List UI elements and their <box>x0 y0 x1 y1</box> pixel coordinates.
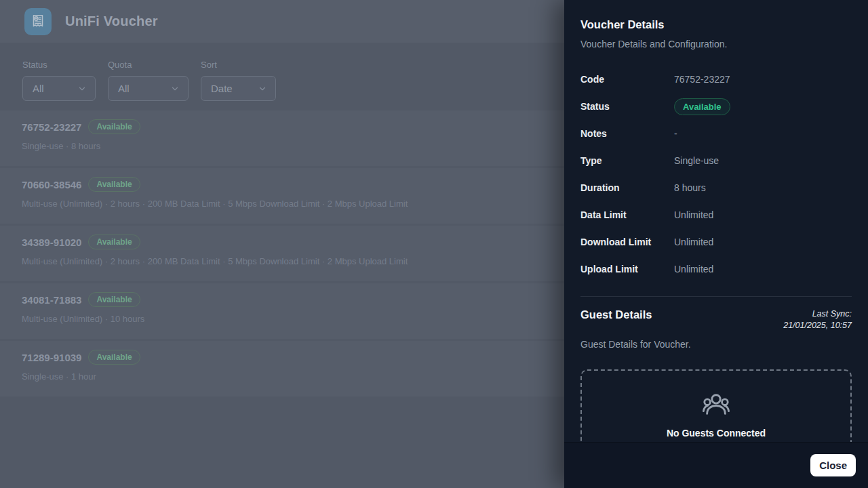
drawer-title: Voucher Details <box>580 18 852 31</box>
last-sync: Last Sync: 21/01/2025, 10:57 <box>783 308 852 331</box>
field-label: Download Limit <box>580 237 674 247</box>
field-value: Unlimited <box>674 209 713 220</box>
guest-details-title: Guest Details <box>580 308 652 321</box>
drawer-subtitle: Voucher Details and Configuration. <box>580 39 852 49</box>
field-code: Code 76752-23227 <box>580 66 852 93</box>
field-duration: Duration 8 hours <box>580 174 852 201</box>
close-button[interactable]: Close <box>810 454 856 476</box>
field-label: Duration <box>580 182 674 193</box>
field-value: Unlimited <box>674 237 713 247</box>
voucher-details-drawer: Voucher Details Voucher Details and Conf… <box>564 0 868 488</box>
users-group-icon <box>701 391 732 420</box>
modal-backdrop[interactable] <box>0 0 564 488</box>
field-label: Notes <box>580 128 674 139</box>
field-label: Code <box>580 74 674 85</box>
field-label: Upload Limit <box>580 264 674 274</box>
field-upload-limit: Upload Limit Unlimited <box>580 256 852 283</box>
field-label: Status <box>580 101 674 112</box>
last-sync-label: Last Sync: <box>783 308 852 320</box>
field-value: - <box>674 128 677 139</box>
guest-details-subtitle: Guest Details for Voucher. <box>580 339 852 350</box>
drawer-footer: Close <box>564 442 868 488</box>
field-value: Unlimited <box>674 264 713 274</box>
voucher-fields: Code 76752-23227 Status Available Notes … <box>580 66 852 283</box>
status-badge: Available <box>674 98 730 115</box>
field-value: Single-use <box>674 155 719 166</box>
field-label: Type <box>580 155 674 166</box>
field-type: Type Single-use <box>580 147 852 174</box>
field-value: 8 hours <box>674 182 706 193</box>
field-value: 76752-23227 <box>674 74 730 85</box>
last-sync-value: 21/01/2025, 10:57 <box>783 320 852 331</box>
field-notes: Notes - <box>580 120 852 147</box>
field-label: Data Limit <box>580 209 674 220</box>
field-download-limit: Download Limit Unlimited <box>580 228 852 256</box>
empty-state-text: No Guests Connected <box>667 428 766 439</box>
field-data-limit: Data Limit Unlimited <box>580 201 852 228</box>
field-status: Status Available <box>580 93 852 120</box>
section-divider <box>580 296 852 297</box>
